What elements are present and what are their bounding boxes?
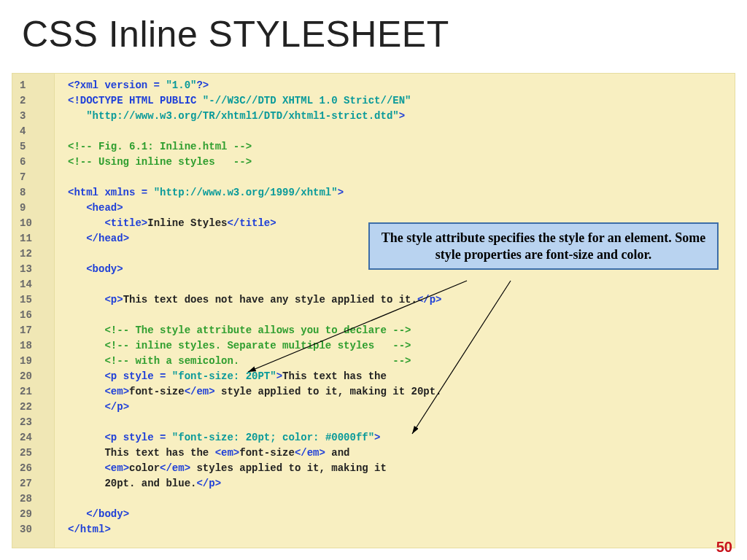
line-number: 9 — [12, 201, 54, 216]
line-number: 3 — [12, 109, 54, 124]
line-number: 24 — [12, 430, 54, 446]
line-number: 25 — [12, 446, 54, 461]
code-line: <p style = "font-size: 20PT">This text h… — [68, 369, 735, 384]
slide: CSS Inline STYLESHEET 123456789101112131… — [0, 0, 747, 560]
line-number: 13 — [12, 262, 54, 277]
line-number: 17 — [12, 323, 54, 338]
line-number: 23 — [12, 415, 54, 430]
line-number: 19 — [12, 354, 54, 369]
line-number: 20 — [12, 369, 54, 384]
code-line: <p style = "font-size: 20pt; color: #000… — [68, 430, 735, 446]
line-number: 15 — [12, 292, 54, 308]
line-number: 5 — [12, 139, 54, 155]
line-number: 11 — [12, 231, 54, 246]
code-line: </html> — [68, 522, 735, 537]
code-line: This text has the <em>font-size</em> and — [68, 446, 735, 461]
line-number-gutter: 1234567891011121314151617181920212223242… — [12, 74, 55, 548]
line-number: 29 — [12, 507, 54, 522]
slide-title: CSS Inline STYLESHEET — [22, 13, 449, 55]
code-line: <!-- The style attribute allows you to d… — [68, 323, 735, 338]
line-number: 8 — [12, 185, 54, 201]
code-line — [68, 277, 735, 292]
line-number: 18 — [12, 338, 54, 354]
line-number: 28 — [12, 491, 54, 507]
code-line — [68, 124, 735, 139]
line-number: 10 — [12, 216, 54, 231]
code-line: <!DOCTYPE HTML PUBLIC "-//W3C//DTD XHTML… — [68, 93, 735, 109]
code-line: <!-- Using inline styles --> — [68, 155, 735, 170]
code-area: <?xml version = "1.0"?><!DOCTYPE HTML PU… — [55, 74, 735, 548]
line-number: 1 — [12, 78, 54, 93]
line-number: 14 — [12, 277, 54, 292]
line-number: 22 — [12, 400, 54, 415]
code-line: <!-- Fig. 6.1: Inline.html --> — [68, 139, 735, 155]
line-number: 27 — [12, 476, 54, 491]
code-line: <?xml version = "1.0"?> — [68, 78, 735, 93]
code-line — [68, 415, 735, 430]
line-number: 30 — [12, 522, 54, 537]
code-line — [68, 308, 735, 323]
code-line: 20pt. and blue.</p> — [68, 476, 735, 491]
code-line — [68, 491, 735, 507]
code-block: 1234567891011121314151617181920212223242… — [12, 73, 735, 548]
line-number: 2 — [12, 93, 54, 109]
code-line: <!-- with a semicolon. --> — [68, 354, 735, 369]
line-number: 26 — [12, 461, 54, 476]
code-line: </p> — [68, 400, 735, 415]
line-number: 4 — [12, 124, 54, 139]
code-line — [68, 170, 735, 185]
line-number: 6 — [12, 155, 54, 170]
code-line: <!-- inline styles. Separate multiple st… — [68, 338, 735, 354]
page-number: 50 — [716, 539, 732, 556]
line-number: 16 — [12, 308, 54, 323]
line-number: 21 — [12, 384, 54, 400]
code-line: <html xmlns = "http://www.w3.org/1999/xh… — [68, 185, 735, 201]
code-line: <em>font-size</em> style applied to it, … — [68, 384, 735, 400]
line-number: 7 — [12, 170, 54, 185]
code-line: <head> — [68, 201, 735, 216]
code-line: <em>color</em> styles applied to it, mak… — [68, 461, 735, 476]
code-line: </body> — [68, 507, 735, 522]
code-line: <p>This text does not have any style app… — [68, 292, 735, 308]
line-number: 12 — [12, 246, 54, 262]
code-line: "http://www.w3.org/TR/xhtml1/DTD/xhtml1-… — [68, 109, 735, 124]
callout-box: The style attribute specifies the style … — [368, 222, 719, 270]
